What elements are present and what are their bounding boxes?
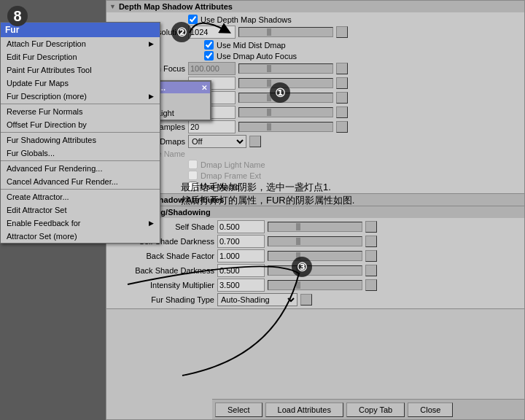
circle-3: ③ bbox=[292, 257, 312, 277]
low-samples-row: Low Samples bbox=[109, 120, 521, 134]
menu-item-cancel-adv[interactable]: Cancel Advanced Fur Render... bbox=[1, 175, 160, 188]
resolution-btn[interactable] bbox=[336, 26, 348, 38]
back-shade-darkness-slider[interactable] bbox=[268, 265, 362, 276]
menu-item-offset[interactable]: Offset Fur Direction by bbox=[1, 118, 160, 131]
width-focus-row: Width Focus bbox=[109, 61, 521, 76]
back-shade-darkness-input[interactable] bbox=[217, 264, 265, 277]
fur-shading-section: ▼ Fur Shading/Shadowing Self Shade Self … bbox=[106, 206, 524, 309]
used-dmaps-select[interactable]: Off On bbox=[188, 135, 246, 148]
use-auto-focus-row: Use Dmap Auto Focus bbox=[109, 50, 521, 61]
menu-item-paint[interactable]: Paint Fur Attributes Tool bbox=[1, 63, 160, 77]
select-button[interactable]: Select bbox=[215, 402, 262, 417]
use-mid-dist-row: Use Mid Dist Dmap bbox=[109, 39, 521, 50]
attribute-panel: ▼ Depth Map Shadow Attributes Use Depth … bbox=[106, 0, 525, 420]
fur-shading-type-select[interactable]: Auto-Shading Manual bbox=[217, 293, 298, 306]
back-shade-factor-row: Back Shade Factor bbox=[109, 249, 521, 263]
use-macro-checkbox[interactable] bbox=[188, 182, 198, 191]
self-shade-darkness-row: Self Shade Darkness bbox=[109, 234, 521, 249]
back-shade-factor-btn[interactable] bbox=[365, 250, 377, 262]
self-shade-darkness-btn[interactable] bbox=[365, 236, 377, 247]
low-intensity-slider[interactable] bbox=[238, 107, 333, 117]
depth-map-header: ▼ Depth Map Shadow Attributes bbox=[106, 1, 524, 12]
circle-1: ① bbox=[270, 82, 290, 103]
dmap-frame-ext-checkbox bbox=[188, 171, 198, 180]
resolution-input[interactable] bbox=[188, 26, 236, 39]
low-samples-slider[interactable] bbox=[238, 122, 333, 132]
use-macro-label: Use Macro bbox=[201, 182, 239, 191]
back-shade-factor-input[interactable] bbox=[217, 249, 265, 262]
width-focus-input bbox=[188, 62, 236, 75]
low-intensity-btn[interactable] bbox=[336, 106, 348, 118]
close-button[interactable]: Close bbox=[408, 402, 453, 417]
low-samples-btn[interactable] bbox=[336, 121, 348, 133]
intensity-multiplier-label: Intensity Multiplier bbox=[112, 281, 214, 289]
triangle-icon: ▼ bbox=[109, 3, 116, 10]
context-menu: Fur Attach Fur Description ▶ Edit Fur De… bbox=[0, 22, 160, 244]
fur-shading-header: ▼ Fur Shading/Shadowing bbox=[106, 206, 524, 218]
use-depth-map-row: Use Depth Map Shadows bbox=[109, 14, 521, 25]
self-shade-darkness-slider[interactable] bbox=[268, 236, 362, 246]
separator-2 bbox=[1, 132, 160, 133]
dmap-frame-ext-row: Dmap Frame Ext bbox=[109, 170, 521, 181]
circle-fur-title: 8 bbox=[7, 6, 28, 26]
arrow-icon: ▶ bbox=[149, 40, 154, 47]
separator-4 bbox=[1, 189, 160, 190]
filter-btn[interactable] bbox=[336, 77, 348, 89]
raytrace-section: ▶ Raytrace Shadow Attributes bbox=[106, 194, 524, 206]
self-shade-darkness-input[interactable] bbox=[217, 235, 265, 248]
menu-item-fur-shadow[interactable]: Fur Shadowing Attributes bbox=[1, 133, 160, 147]
menu-item-edit-attr[interactable]: Edit Attractor Set bbox=[1, 203, 160, 217]
menu-item-adv-fur[interactable]: Advanced Fur Rendering... bbox=[1, 162, 160, 175]
back-shade-darkness-label: Back Shade Darkness bbox=[112, 266, 214, 275]
arrow-icon-3: ▶ bbox=[149, 219, 154, 227]
dmap-scene-name-row: Dmap Scene Name bbox=[109, 149, 521, 159]
use-mid-dist-checkbox[interactable] bbox=[204, 40, 214, 50]
dmap-light-name-label: Dmap Light Name bbox=[201, 160, 265, 169]
menu-item-fur-desc-more[interactable]: Fur Description (more) ▶ bbox=[1, 90, 160, 103]
menu-item-update[interactable]: Update Fur Maps bbox=[1, 77, 160, 90]
menu-title: Fur bbox=[1, 23, 160, 37]
back-shade-factor-slider[interactable] bbox=[268, 251, 362, 261]
self-shade-slider[interactable] bbox=[268, 222, 362, 232]
copy-tab-button[interactable]: Copy Tab bbox=[346, 402, 405, 417]
use-depth-map-checkbox[interactable] bbox=[188, 15, 198, 24]
menu-item-edit[interactable]: Edit Fur Description bbox=[1, 50, 160, 63]
resolution-slider[interactable] bbox=[238, 27, 333, 37]
circle-2: ② bbox=[171, 22, 192, 42]
width-focus-btn[interactable] bbox=[336, 63, 348, 74]
back-shade-factor-label: Back Shade Factor bbox=[112, 252, 214, 260]
menu-item-reverse[interactable]: Reverse Fur Normals bbox=[1, 105, 160, 118]
intensity-multiplier-row: Intensity Multiplier bbox=[109, 278, 521, 292]
arrow-icon-2: ▶ bbox=[149, 93, 154, 100]
raytrace-header: ▶ Raytrace Shadow Attributes bbox=[106, 194, 524, 206]
menu-item-attach[interactable]: Attach Fur Description ▶ bbox=[1, 37, 160, 50]
dmap-frame-ext-label: Dmap Frame Ext bbox=[201, 171, 261, 180]
menu-item-fur-globals[interactable]: Fur Globals... bbox=[1, 147, 160, 160]
menu-item-enable-feedback[interactable]: Enable Feedback for ▶ bbox=[1, 217, 160, 230]
fur-shading-type-label: Fur Shading Type bbox=[112, 295, 214, 304]
separator-3 bbox=[1, 160, 160, 161]
intensity-multiplier-slider[interactable] bbox=[268, 280, 362, 290]
intensity-multiplier-btn[interactable] bbox=[365, 279, 377, 291]
self-shade-input[interactable] bbox=[217, 220, 265, 233]
low-samples-input[interactable] bbox=[188, 120, 236, 133]
menu-item-attractor-more[interactable]: Attractor Set (more) bbox=[1, 230, 160, 243]
self-shade-btn[interactable] bbox=[365, 221, 377, 233]
back-shade-darkness-row: Back Shade Darkness bbox=[109, 263, 521, 278]
use-macro-row: Use Macro bbox=[109, 181, 521, 192]
separator-1 bbox=[1, 104, 160, 104]
fur-shading-type-btn[interactable] bbox=[300, 294, 312, 306]
bottom-toolbar: Select Load Attributes Copy Tab Close bbox=[212, 399, 524, 419]
self-shade-row: Self Shade bbox=[109, 219, 521, 234]
used-dmaps-btn[interactable] bbox=[249, 136, 261, 147]
menu-item-create-attr[interactable]: Create Attractor... bbox=[1, 190, 160, 203]
fur-shadow-popup-close[interactable]: ✕ bbox=[201, 84, 207, 92]
back-shade-darkness-btn[interactable] bbox=[365, 265, 377, 276]
load-attributes-button[interactable]: Load Attributes bbox=[265, 402, 343, 417]
intensity-multiplier-input[interactable] bbox=[217, 279, 265, 292]
dmap-bias-btn[interactable] bbox=[336, 92, 348, 104]
use-auto-focus-checkbox[interactable] bbox=[204, 51, 214, 61]
dmap-light-name-row: Dmap Light Name bbox=[109, 159, 521, 170]
width-focus-slider[interactable] bbox=[238, 63, 333, 74]
dmap-light-name-checkbox bbox=[188, 160, 198, 169]
